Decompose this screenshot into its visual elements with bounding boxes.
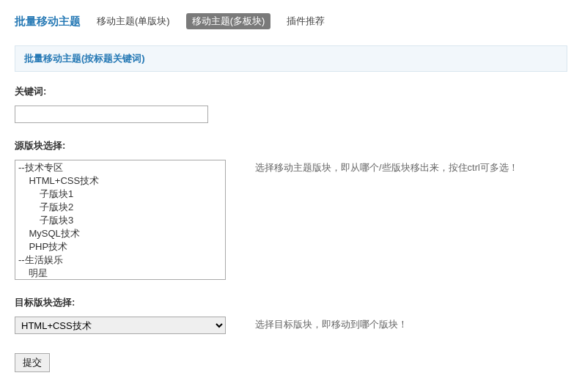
tab-plugin-recommend[interactable]: 插件推荐 — [287, 15, 325, 28]
source-option[interactable]: 子版块1 — [15, 188, 225, 201]
source-option[interactable]: HTML+CSS技术 — [15, 174, 225, 188]
page-title: 批量移动主题 — [15, 15, 81, 29]
source-option[interactable]: PHP技术 — [15, 240, 225, 254]
keyword-input[interactable] — [15, 106, 208, 123]
tab-multi-board[interactable]: 移动主题(多板块) — [186, 13, 271, 29]
target-hint: 选择目标版块，即移动到哪个版块！ — [255, 318, 408, 331]
keyword-label: 关键词: — [15, 85, 567, 98]
source-option[interactable]: 子版块2 — [15, 201, 225, 214]
target-board-select[interactable]: HTML+CSS技术 — [15, 317, 226, 334]
source-board-select[interactable]: --技术专区 HTML+CSS技术 子版块1 子版块2 子版块3 MySQL技术… — [15, 160, 226, 280]
target-label: 目标版块选择: — [15, 296, 567, 309]
section-title: 批量移动主题(按标题关键词) — [15, 45, 567, 72]
source-option[interactable]: --生活娱乐 — [15, 254, 225, 267]
source-option[interactable]: --技术专区 — [15, 161, 225, 174]
submit-button[interactable]: 提交 — [15, 353, 50, 372]
source-hint: 选择移动主题版块，即从哪个/些版块移出来，按住ctrl可多选！ — [255, 161, 518, 174]
tab-single-board[interactable]: 移动主题(单版块) — [97, 15, 170, 28]
tab-bar: 批量移动主题 移动主题(单版块) 移动主题(多板块) 插件推荐 — [15, 13, 567, 29]
source-option[interactable]: 明星 — [15, 267, 225, 280]
source-option[interactable]: 子版块3 — [15, 214, 225, 227]
source-option[interactable]: MySQL技术 — [15, 227, 225, 240]
source-label: 源版块选择: — [15, 139, 567, 152]
